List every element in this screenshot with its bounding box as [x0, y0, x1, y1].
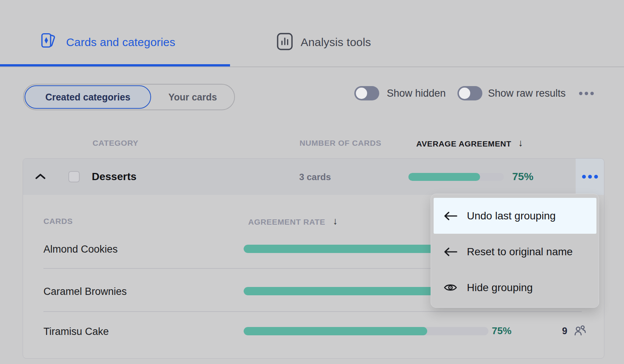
segment-label: Created categories: [45, 92, 130, 103]
card-name: Almond Cookies: [43, 244, 118, 255]
menu-item-reset-to-original-name[interactable]: Reset to original name: [434, 234, 596, 270]
tabs-divider: [0, 66, 624, 67]
menu-item-label: Undo last grouping: [467, 210, 556, 222]
collapse-chevron-icon[interactable]: [35, 173, 46, 181]
tab-analysis-tools[interactable]: Analysis tools: [277, 33, 371, 52]
toggle-knob: [459, 88, 470, 99]
category-actions-menu: Undo last grouping Reset to original nam…: [431, 194, 599, 308]
menu-item-label: Hide grouping: [467, 282, 533, 294]
card-sort-results-screen: Cards and categories Analysis tools Crea…: [0, 0, 624, 364]
column-header-label: AVERAGE AGREEMENT: [416, 139, 511, 148]
column-header-average-agreement[interactable]: AVERAGE AGREEMENT ↓: [416, 139, 523, 149]
people-icon: [574, 325, 587, 338]
eye-icon: [443, 282, 460, 293]
card-name: Tiramisu Cake: [43, 326, 109, 338]
arrow-left-icon: [443, 247, 460, 257]
card-agreement-bar-fill: [244, 327, 427, 335]
column-header-category[interactable]: CATEGORY: [93, 139, 138, 148]
category-name: Desserts: [92, 171, 136, 183]
arrow-left-icon: [443, 211, 460, 221]
card-agreement-bar: [244, 327, 488, 335]
show-hidden-toggle[interactable]: [354, 86, 379, 100]
sort-descending-icon: ↓: [333, 215, 338, 227]
column-header-agreement-rate[interactable]: AGREEMENT RATE ↓: [248, 217, 338, 227]
cards-icon: [40, 32, 57, 52]
category-checkbox[interactable]: [68, 171, 80, 182]
show-raw-results-label: Show raw results: [488, 88, 566, 99]
row-divider: [43, 311, 582, 312]
category-agreement-bar: [408, 173, 504, 181]
show-hidden-label: Show hidden: [387, 88, 446, 99]
view-segmented-control: Created categories Your cards: [23, 84, 235, 110]
column-header-number-of-cards[interactable]: NUMBER OF CARDS: [300, 139, 382, 148]
column-header-cards[interactable]: CARDS: [43, 217, 73, 226]
card-name: Caramel Brownies: [43, 286, 127, 298]
menu-item-undo-last-grouping[interactable]: Undo last grouping: [434, 198, 596, 234]
category-agreement-percent: 75%: [512, 171, 533, 183]
segment-label: Your cards: [168, 92, 217, 103]
tab-label: Analysis tools: [301, 36, 371, 49]
menu-item-label: Reset to original name: [467, 246, 573, 258]
bar-chart-icon: [277, 33, 293, 52]
category-actions-ellipsis-icon[interactable]: [582, 175, 598, 179]
toggle-knob: [356, 88, 367, 99]
tab-cards-and-categories[interactable]: Cards and categories: [40, 32, 175, 52]
category-cards-count: 3 cards: [299, 172, 331, 182]
tab-label: Cards and categories: [66, 36, 175, 49]
card-respondents-count: 9: [562, 325, 567, 336]
column-header-label: AGREEMENT RATE: [248, 217, 325, 227]
show-raw-results-toggle[interactable]: [457, 86, 482, 100]
category-agreement-bar-fill: [408, 173, 480, 181]
sort-descending-icon: ↓: [518, 137, 524, 149]
segment-your-cards[interactable]: Your cards: [151, 86, 234, 108]
overflow-ellipsis-icon[interactable]: [579, 92, 594, 95]
segment-created-categories[interactable]: Created categories: [25, 85, 151, 109]
menu-item-hide-grouping[interactable]: Hide grouping: [434, 270, 596, 305]
card-agreement-percent: 75%: [492, 325, 511, 337]
